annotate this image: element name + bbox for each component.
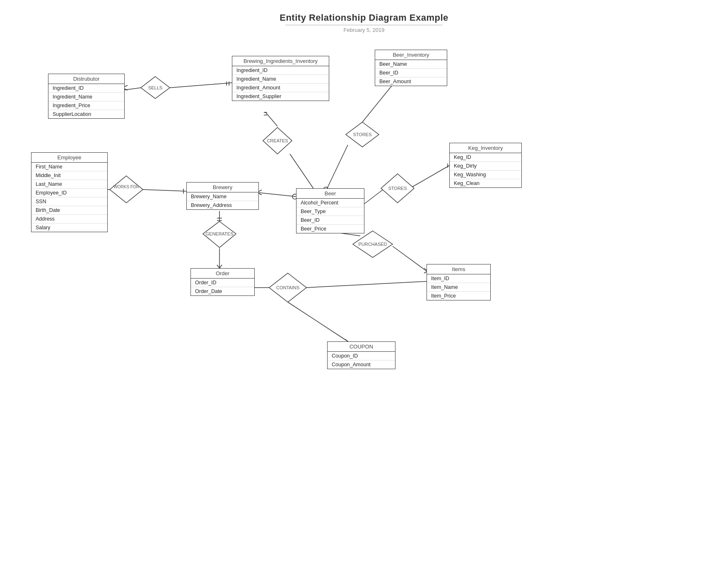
entity-brewing-inv-header: Brewing_Ingredients_Inventory xyxy=(232,56,329,66)
attr-item-name: Item_Name xyxy=(427,283,490,292)
attr-beer-price: Beer_Price xyxy=(297,225,364,233)
diagram-container: Entity Relationship Diagram Example Febr… xyxy=(0,0,728,562)
attr-birth-date: Birth_Date xyxy=(31,206,107,215)
svg-line-14 xyxy=(327,145,348,188)
entity-keg-inv: Keg_Inventory Keg_ID Keg_Dirty Keg_Washi… xyxy=(449,143,522,188)
attr-keg-washing: Keg_Washing xyxy=(450,171,521,179)
attr-brewery-address: Brewery_Address xyxy=(187,201,258,209)
attr-beer-name: Beer_Name xyxy=(375,60,447,69)
svg-line-24 xyxy=(143,190,186,191)
entity-items-header: Items xyxy=(427,264,490,274)
attr-item-id: Item_ID xyxy=(427,274,490,283)
entity-brewing-inv-attrs: Ingredient_ID Ingredient_Name Ingredient… xyxy=(232,66,329,101)
entity-coupon-header: COUPON xyxy=(328,342,395,352)
svg-text:SELLS: SELLS xyxy=(148,85,162,90)
svg-text:WORKS FOR: WORKS FOR xyxy=(113,185,139,189)
svg-line-18 xyxy=(412,166,449,187)
svg-line-26 xyxy=(257,192,296,197)
attr-beer-amount: Beer_Amount xyxy=(375,77,447,86)
attr-coupon-amount: Coupon_Amount xyxy=(328,360,395,369)
entity-coupon: COUPON Coupon_ID Coupon_Amount xyxy=(327,341,395,369)
svg-line-35 xyxy=(219,265,222,268)
attr-salary: Salary xyxy=(31,223,107,232)
svg-line-47 xyxy=(288,302,348,341)
svg-line-34 xyxy=(217,265,219,268)
attr-ingredient-supplier: Ingredient_Supplier xyxy=(232,92,329,101)
entity-brewery-header: Brewery xyxy=(187,183,258,192)
attr-beer-id: Beer_ID xyxy=(375,69,447,77)
attr-ingredient-name: Ingredient_Name xyxy=(48,93,124,101)
attr-address: Address xyxy=(31,215,107,223)
attr-first-name: First_Name xyxy=(31,163,107,171)
entity-beer-inv-attrs: Beer_Name Beer_ID Beer_Amount xyxy=(375,60,447,86)
svg-text:GENERATES: GENERATES xyxy=(205,231,233,236)
attr-keg-id: Keg_ID xyxy=(450,153,521,162)
entity-items-attrs: Item_ID Item_Name Item_Price xyxy=(427,274,490,300)
attr-ingredient-id: Ingredient_ID xyxy=(48,84,124,93)
entity-coupon-attrs: Coupon_ID Coupon_Amount xyxy=(328,352,395,369)
attr-supplier-location: SupplierLocation xyxy=(48,110,124,118)
entity-beer: Beer Alcohol_Percent Beer_Type Beer_ID B… xyxy=(296,188,364,233)
svg-marker-58 xyxy=(110,176,143,203)
entity-employee-attrs: First_Name Middle_Init Last_Name Employe… xyxy=(31,163,107,232)
entity-brewery-attrs: Brewery_Name Brewery_Address xyxy=(187,192,258,209)
entity-distributor: Distrubutor Ingredient_ID Ingredient_Nam… xyxy=(48,74,125,119)
entity-beer-header: Beer xyxy=(297,189,364,199)
attr-item-price: Item_Price xyxy=(427,292,490,300)
attr-ingredient-id2: Ingredient_ID xyxy=(232,66,329,75)
attr-ssn: SSN xyxy=(31,197,107,206)
svg-line-6 xyxy=(265,112,277,126)
entity-order: Order Order_ID Order_Date xyxy=(190,268,255,296)
svg-line-39 xyxy=(393,246,427,271)
attr-alcohol-percent: Alcohol_Percent xyxy=(297,199,364,207)
svg-line-1 xyxy=(170,83,232,88)
svg-text:STORES: STORES xyxy=(353,132,371,137)
entity-brewery: Brewery Brewery_Name Brewery_Address xyxy=(186,182,259,210)
svg-line-44 xyxy=(306,281,427,288)
attr-middle-init: Middle_Init xyxy=(31,171,107,180)
entity-distributor-attrs: Ingredient_ID Ingredient_Name Ingredient… xyxy=(48,84,124,118)
entity-beer-inv: Beer_Inventory Beer_Name Beer_ID Beer_Am… xyxy=(375,50,447,86)
attr-ingredient-amount: Ingredient_Amount xyxy=(232,84,329,92)
svg-text:CREATES: CREATES xyxy=(267,138,288,143)
entity-beer-inv-header: Beer_Inventory xyxy=(375,50,447,60)
entity-employee: Employee First_Name Middle_Init Last_Nam… xyxy=(31,152,108,232)
attr-keg-clean: Keg_Clean xyxy=(450,179,521,187)
attr-brewery-name: Brewery_Name xyxy=(187,192,258,201)
svg-text:PURCHASED: PURCHASED xyxy=(358,242,387,247)
attr-ingredient-price: Ingredient_Price xyxy=(48,101,124,110)
entity-distributor-header: Distrubutor xyxy=(48,74,124,84)
attr-keg-dirty: Keg_Dirty xyxy=(450,162,521,171)
attr-beer-type: Beer_Type xyxy=(297,207,364,216)
attr-order-date: Order_Date xyxy=(191,287,254,295)
entity-keg-inv-attrs: Keg_ID Keg_Dirty Keg_Washing Keg_Clean xyxy=(450,153,521,187)
entity-brewing-inv: Brewing_Ingredients_Inventory Ingredient… xyxy=(232,56,329,101)
attr-employee-id: Employee_ID xyxy=(31,189,107,197)
svg-text:CONTAINS: CONTAINS xyxy=(276,285,299,290)
entity-order-header: Order xyxy=(191,269,254,279)
attr-last-name: Last_Name xyxy=(31,180,107,189)
entity-employee-header: Employee xyxy=(31,153,107,163)
entity-beer-attrs: Alcohol_Percent Beer_Type Beer_ID Beer_P… xyxy=(297,199,364,233)
entity-items: Items Item_ID Item_Name Item_Price xyxy=(427,264,491,300)
entity-keg-inv-header: Keg_Inventory xyxy=(450,143,521,153)
attr-beer-id2: Beer_ID xyxy=(297,216,364,225)
svg-line-9 xyxy=(290,154,315,190)
attr-ingredient-name2: Ingredient_Name xyxy=(232,75,329,84)
svg-text:STORES: STORES xyxy=(388,186,407,191)
entity-order-attrs: Order_ID Order_Date xyxy=(191,279,254,295)
attr-order-id: Order_ID xyxy=(191,279,254,287)
attr-coupon-id: Coupon_ID xyxy=(328,352,395,360)
